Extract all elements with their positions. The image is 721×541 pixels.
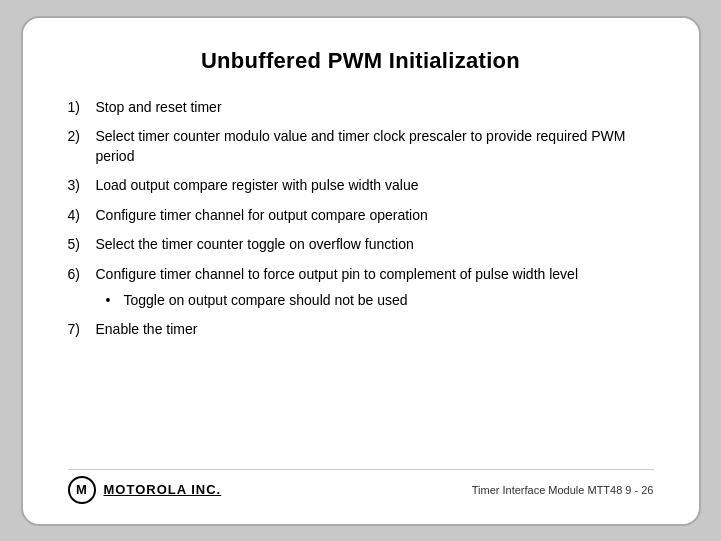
sub-item-text: Toggle on output compare should not be u… (124, 291, 408, 311)
list-item-text: Stop and reset timer (96, 99, 222, 115)
slide-title: Unbuffered PWM Initialization (68, 48, 654, 74)
slide: Unbuffered PWM Initialization 1)Stop and… (21, 16, 701, 526)
list-item-number: 1) (68, 98, 96, 118)
list-item-number: 6) (68, 265, 96, 310)
motorola-name: MOTOROLA INC. (104, 482, 222, 497)
sub-bullet-icon: • (106, 291, 124, 311)
list-item: 7)Enable the timer (68, 320, 654, 340)
slide-footer: M MOTOROLA INC. Timer Interface Module M… (68, 469, 654, 504)
list-item-text: Load output compare register with pulse … (96, 177, 419, 193)
sub-list-item: •Toggle on output compare should not be … (106, 291, 654, 311)
list-item: 3)Load output compare register with puls… (68, 176, 654, 196)
list-item-number: 3) (68, 176, 96, 196)
list-item-number: 2) (68, 127, 96, 166)
list-item: 4)Configure timer channel for output com… (68, 206, 654, 226)
list-item: 2)Select timer counter modulo value and … (68, 127, 654, 166)
list-item: 1)Stop and reset timer (68, 98, 654, 118)
list-item-text: Configure timer channel to force output … (96, 266, 579, 282)
list-item-text: Enable the timer (96, 321, 198, 337)
list-item-number: 5) (68, 235, 96, 255)
page-info: Timer Interface Module MTT48 9 - 26 (472, 484, 654, 496)
list-item-number: 4) (68, 206, 96, 226)
list-item-text: Configure timer channel for output compa… (96, 207, 428, 223)
list-item-text: Select timer counter modulo value and ti… (96, 128, 626, 164)
slide-content: 1)Stop and reset timer2)Select timer cou… (68, 98, 654, 459)
list-item: 5)Select the timer counter toggle on ove… (68, 235, 654, 255)
motorola-logo: M MOTOROLA INC. (68, 476, 222, 504)
list-item-number: 7) (68, 320, 96, 340)
motorola-circle-icon: M (68, 476, 96, 504)
list-item-text: Select the timer counter toggle on overf… (96, 236, 414, 252)
list-item: 6)Configure timer channel to force outpu… (68, 265, 654, 310)
